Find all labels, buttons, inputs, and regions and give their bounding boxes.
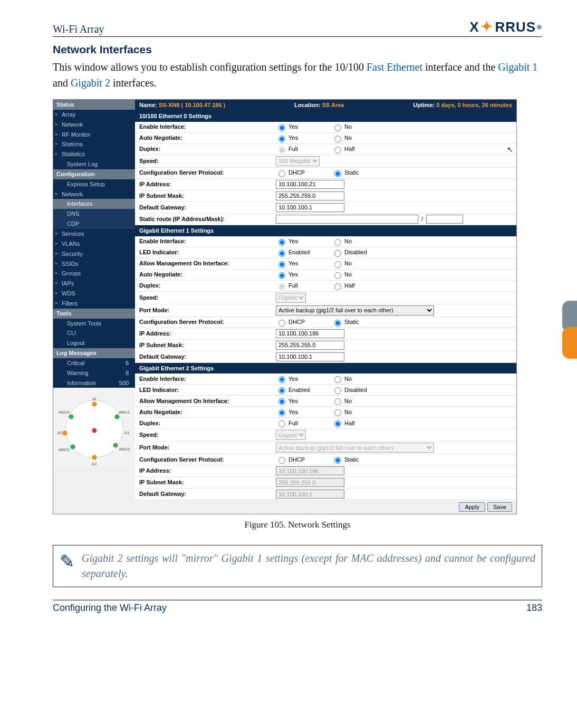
nav-item-vlans[interactable]: VLANs bbox=[53, 239, 135, 249]
nav-header-log: Log Messages bbox=[53, 348, 135, 358]
row-label: Speed: bbox=[139, 157, 274, 165]
nav-item-cdp[interactable]: CDP bbox=[53, 219, 135, 229]
row-gig2-enable: Enable Interface: Yes No bbox=[135, 373, 516, 385]
gig1-led-opt-b[interactable]: Disabled bbox=[332, 248, 384, 257]
nav-item-cli[interactable]: CLI bbox=[53, 328, 135, 338]
nav-item-interfaces[interactable]: Interfaces bbox=[53, 199, 135, 209]
nav-item-log-information[interactable]: Information500 bbox=[53, 378, 135, 388]
link-gigabit-2[interactable]: Gigabit 2 bbox=[71, 77, 110, 89]
logo-text-right: RRUS bbox=[495, 19, 536, 35]
gig1-mask-input[interactable] bbox=[276, 341, 344, 350]
link-gigabit-1[interactable]: Gigabit 1 bbox=[498, 61, 537, 73]
gig1-csp-opt-b[interactable]: Static bbox=[332, 318, 384, 327]
gig2-mgmt-opt-a[interactable]: Yes bbox=[276, 397, 329, 405]
device-label-abg1: ABG1 bbox=[119, 410, 130, 416]
nav-item-network-cfg[interactable]: Network bbox=[53, 189, 135, 199]
row-gig2-port: Port Mode: Active backup (gig1/2 fail ov… bbox=[135, 442, 516, 454]
gig2-mask-input[interactable] bbox=[276, 478, 344, 487]
nav-item-groups[interactable]: Groups bbox=[53, 269, 135, 279]
nav-item-system-log[interactable]: System Log bbox=[53, 159, 135, 169]
note-text: Gigabit 2 settings will "mirror" Gigabit… bbox=[82, 551, 535, 581]
gig1-mgmt-opt-a[interactable]: Yes bbox=[276, 260, 329, 268]
eth0-mask-input[interactable] bbox=[276, 191, 344, 200]
save-button[interactable]: Save bbox=[487, 502, 512, 512]
eth0-gw-input[interactable] bbox=[276, 203, 344, 212]
gig2-duplex-opt-b[interactable]: Half bbox=[332, 419, 384, 427]
gig1-enable-opt-a[interactable]: Yes bbox=[276, 237, 329, 246]
eth0-csp-opt-b[interactable]: Static bbox=[332, 169, 384, 177]
nav-item-network[interactable]: Network bbox=[53, 120, 135, 130]
gig1-enable-opt-b[interactable]: No bbox=[332, 237, 384, 246]
nav-item-wds[interactable]: WDS bbox=[53, 289, 135, 299]
row-label: Speed: bbox=[139, 431, 274, 439]
gig2-led-opt-a[interactable]: Enabled bbox=[276, 386, 329, 394]
figure-caption: Figure 105. Network Settings bbox=[53, 520, 542, 530]
gig2-enable-opt-b[interactable]: No bbox=[332, 375, 384, 383]
status-bar: Name: SS-XN8 ( 10.100.47.186 ) Location:… bbox=[135, 100, 516, 111]
gig1-csp-opt-a[interactable]: DHCP bbox=[276, 318, 329, 327]
gig2-led-opt-b[interactable]: Disabled bbox=[332, 386, 384, 394]
gig1-mgmt-opt-b[interactable]: No bbox=[332, 260, 384, 268]
gig1-auto-opt-a[interactable]: Yes bbox=[276, 271, 329, 279]
page-header: Wi-Fi Array X RRUS ® bbox=[53, 19, 542, 37]
nav-item-express-setup[interactable]: Express Setup bbox=[53, 179, 135, 189]
gig2-mgmt-opt-b[interactable]: No bbox=[332, 397, 384, 405]
nav-item-stations[interactable]: Stations bbox=[53, 139, 135, 149]
gig1-auto-opt-b[interactable]: No bbox=[332, 271, 384, 279]
nav-item-services[interactable]: Services bbox=[53, 229, 135, 239]
row-label: Port Mode: bbox=[139, 306, 274, 314]
eth0-route-addr-input[interactable] bbox=[276, 215, 418, 224]
eth0-ip-input[interactable] bbox=[276, 180, 344, 189]
nav-item-log-critical[interactable]: Critical6 bbox=[53, 358, 135, 368]
row-label: Auto Negotiate: bbox=[139, 408, 274, 416]
eth0-enable-opt-b[interactable]: No bbox=[332, 123, 384, 131]
gig1-port-select[interactable]: Active backup (gig1/2 fail over to each … bbox=[276, 305, 434, 315]
nav-item-iaps[interactable]: IAPs bbox=[53, 279, 135, 289]
eth0-duplex-opt-a[interactable]: Full bbox=[276, 145, 329, 154]
gig1-duplex-opt-b[interactable]: Half bbox=[332, 282, 384, 290]
gig1-speed-select[interactable]: Gigabit bbox=[276, 293, 306, 303]
gig2-gw-input[interactable] bbox=[276, 490, 344, 499]
eth0-auto-opt-b[interactable]: No bbox=[332, 134, 384, 142]
eth0-enable-opt-a[interactable]: Yes bbox=[276, 123, 329, 131]
gig2-csp-opt-a[interactable]: DHCP bbox=[276, 455, 329, 464]
link-fast-ethernet[interactable]: Fast Ethernet bbox=[367, 61, 422, 73]
gig2-port-select[interactable]: Active backup (gig1/2 fail over to each … bbox=[276, 443, 434, 453]
nav-item-array[interactable]: Array bbox=[53, 110, 135, 120]
nav-item-ssids[interactable]: SSIDs bbox=[53, 259, 135, 269]
nav-item-statistics[interactable]: Statistics bbox=[53, 149, 135, 159]
gig2-enable-opt-a[interactable]: Yes bbox=[276, 375, 329, 383]
row-gig1-gw: Default Gateway: bbox=[135, 351, 516, 363]
note-box: ✎ Gigabit 2 settings will "mirror" Gigab… bbox=[53, 545, 542, 587]
nav-item-security[interactable]: Security bbox=[53, 249, 135, 259]
eth0-speed-select[interactable]: 100 Megabit bbox=[276, 156, 320, 166]
gig2-ip-input[interactable] bbox=[276, 466, 344, 475]
eth0-route-mask-input[interactable] bbox=[426, 215, 463, 224]
row-eth0-gw: Default Gateway: bbox=[135, 202, 516, 214]
nav-item-log-warning[interactable]: Warning8 bbox=[53, 368, 135, 378]
row-gig1-speed: Speed: Gigabit bbox=[135, 292, 516, 304]
nav-item-system-tools[interactable]: System Tools bbox=[53, 319, 135, 329]
apply-button[interactable]: Apply bbox=[459, 502, 485, 512]
nav-item-logout[interactable]: Logout bbox=[53, 338, 135, 348]
row-label: Allow Management On Interface: bbox=[139, 260, 274, 267]
gig2-duplex-opt-a[interactable]: Full bbox=[276, 419, 329, 427]
slash-label: / bbox=[421, 215, 423, 223]
nav-item-filters[interactable]: Filters bbox=[53, 299, 135, 309]
gig1-ip-input[interactable] bbox=[276, 329, 344, 338]
row-gig1-duplex: Duplex: Full Half bbox=[135, 281, 516, 292]
eth0-duplex-opt-b[interactable]: Half bbox=[332, 145, 384, 154]
nav-item-rf-monitor[interactable]: RF Monitor bbox=[53, 130, 135, 140]
gig2-csp-opt-b[interactable]: Static bbox=[332, 455, 384, 464]
gig1-led-opt-a[interactable]: Enabled bbox=[276, 248, 329, 257]
eth0-csp-opt-a[interactable]: DHCP bbox=[276, 169, 329, 177]
eth0-auto-opt-a[interactable]: Yes bbox=[276, 134, 329, 142]
gig1-duplex-opt-a[interactable]: Full bbox=[276, 282, 329, 290]
nav-item-dns[interactable]: DNS bbox=[53, 209, 135, 219]
gig2-speed-select[interactable]: Gigabit bbox=[276, 430, 306, 440]
gig2-auto-opt-a[interactable]: Yes bbox=[276, 408, 329, 416]
gig1-gw-input[interactable] bbox=[276, 352, 344, 361]
gig2-auto-opt-b[interactable]: No bbox=[332, 408, 384, 416]
device-label-abg2: ABG2 bbox=[119, 446, 130, 452]
logo-text-left: X bbox=[469, 19, 479, 35]
